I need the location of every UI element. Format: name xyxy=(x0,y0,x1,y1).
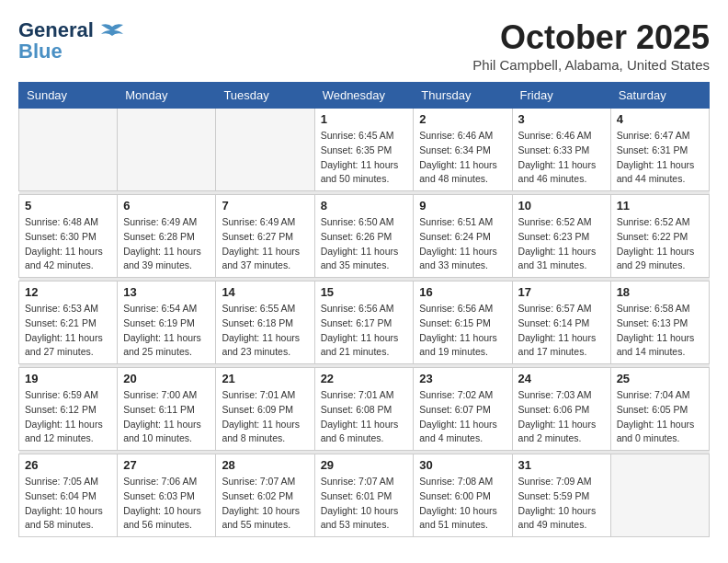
calendar-cell: 4Sunrise: 6:47 AM Sunset: 6:31 PM Daylig… xyxy=(610,109,709,191)
day-number: 18 xyxy=(617,285,703,299)
calendar-cell: 21Sunrise: 7:01 AM Sunset: 6:09 PM Dayli… xyxy=(216,368,314,451)
calendar-cell: 12Sunrise: 6:53 AM Sunset: 6:21 PM Dayli… xyxy=(19,282,118,364)
weekday-header-thursday: Thursday xyxy=(414,83,512,109)
day-number: 17 xyxy=(518,285,605,299)
calendar-cell: 5Sunrise: 6:48 AM Sunset: 6:30 PM Daylig… xyxy=(19,195,118,278)
day-number: 16 xyxy=(419,285,506,299)
weekday-header-sunday: Sunday xyxy=(19,83,118,109)
calendar-cell: 31Sunrise: 7:09 AM Sunset: 5:59 PM Dayli… xyxy=(512,454,610,537)
day-number: 15 xyxy=(321,285,408,299)
day-number: 25 xyxy=(617,372,703,385)
day-number: 20 xyxy=(123,372,210,385)
calendar-cell: 19Sunrise: 6:59 AM Sunset: 6:12 PM Dayli… xyxy=(19,368,118,451)
weekday-header-wednesday: Wednesday xyxy=(314,83,414,109)
day-number: 19 xyxy=(25,372,111,385)
calendar-cell: 9Sunrise: 6:51 AM Sunset: 6:24 PM Daylig… xyxy=(414,195,512,278)
day-info: Sunrise: 6:55 AM Sunset: 6:18 PM Dayligh… xyxy=(222,302,308,360)
calendar-cell xyxy=(216,109,314,191)
calendar-cell xyxy=(118,109,216,191)
day-info: Sunrise: 6:52 AM Sunset: 6:22 PM Dayligh… xyxy=(617,215,703,273)
day-info: Sunrise: 6:58 AM Sunset: 6:13 PM Dayligh… xyxy=(617,302,703,360)
day-info: Sunrise: 7:00 AM Sunset: 6:11 PM Dayligh… xyxy=(123,388,210,446)
day-info: Sunrise: 7:04 AM Sunset: 6:05 PM Dayligh… xyxy=(617,388,703,446)
calendar-cell: 25Sunrise: 7:04 AM Sunset: 6:05 PM Dayli… xyxy=(610,368,709,451)
day-number: 4 xyxy=(617,112,703,126)
weekday-header-saturday: Saturday xyxy=(610,83,709,109)
day-number: 7 xyxy=(222,199,308,213)
calendar-cell: 10Sunrise: 6:52 AM Sunset: 6:23 PM Dayli… xyxy=(512,195,610,278)
calendar-cell xyxy=(19,109,118,191)
day-info: Sunrise: 6:53 AM Sunset: 6:21 PM Dayligh… xyxy=(25,302,111,360)
calendar-cell: 28Sunrise: 7:07 AM Sunset: 6:02 PM Dayli… xyxy=(216,454,314,537)
day-number: 10 xyxy=(518,199,605,213)
calendar-cell: 2Sunrise: 6:46 AM Sunset: 6:34 PM Daylig… xyxy=(414,109,512,191)
day-info: Sunrise: 7:08 AM Sunset: 6:00 PM Dayligh… xyxy=(419,475,506,533)
day-number: 5 xyxy=(25,199,111,213)
title-block: October 2025 Phil Campbell, Alabama, Uni… xyxy=(472,18,710,73)
calendar-cell: 23Sunrise: 7:02 AM Sunset: 6:07 PM Dayli… xyxy=(414,368,512,451)
calendar-cell: 24Sunrise: 7:03 AM Sunset: 6:06 PM Dayli… xyxy=(512,368,610,451)
calendar-cell: 14Sunrise: 6:55 AM Sunset: 6:18 PM Dayli… xyxy=(216,282,314,364)
day-info: Sunrise: 6:59 AM Sunset: 6:12 PM Dayligh… xyxy=(25,388,111,446)
calendar-cell: 17Sunrise: 6:57 AM Sunset: 6:14 PM Dayli… xyxy=(512,282,610,364)
calendar-cell: 11Sunrise: 6:52 AM Sunset: 6:22 PM Dayli… xyxy=(610,195,709,278)
day-info: Sunrise: 6:48 AM Sunset: 6:30 PM Dayligh… xyxy=(25,215,111,273)
day-info: Sunrise: 7:01 AM Sunset: 6:09 PM Dayligh… xyxy=(222,388,308,446)
calendar-table: SundayMondayTuesdayWednesdayThursdayFrid… xyxy=(18,82,710,537)
day-number: 26 xyxy=(25,458,111,472)
logo: General Blue xyxy=(18,18,125,63)
day-number: 29 xyxy=(321,458,408,472)
calendar-cell: 15Sunrise: 6:56 AM Sunset: 6:17 PM Dayli… xyxy=(314,282,414,364)
day-info: Sunrise: 7:01 AM Sunset: 6:08 PM Dayligh… xyxy=(321,388,408,446)
calendar-cell: 20Sunrise: 7:00 AM Sunset: 6:11 PM Dayli… xyxy=(118,368,216,451)
day-info: Sunrise: 6:49 AM Sunset: 6:28 PM Dayligh… xyxy=(123,215,210,273)
day-number: 6 xyxy=(123,199,210,213)
day-info: Sunrise: 6:51 AM Sunset: 6:24 PM Dayligh… xyxy=(419,215,506,273)
weekday-header-row: SundayMondayTuesdayWednesdayThursdayFrid… xyxy=(19,83,710,109)
day-info: Sunrise: 6:46 AM Sunset: 6:34 PM Dayligh… xyxy=(419,129,506,187)
day-info: Sunrise: 6:57 AM Sunset: 6:14 PM Dayligh… xyxy=(518,302,605,360)
weekday-header-monday: Monday xyxy=(118,83,216,109)
day-number: 27 xyxy=(123,458,210,472)
calendar-cell: 22Sunrise: 7:01 AM Sunset: 6:08 PM Dayli… xyxy=(314,368,414,451)
calendar-cell: 30Sunrise: 7:08 AM Sunset: 6:00 PM Dayli… xyxy=(414,454,512,537)
logo-general: General xyxy=(18,18,94,41)
day-info: Sunrise: 6:47 AM Sunset: 6:31 PM Dayligh… xyxy=(617,129,703,187)
calendar-cell: 3Sunrise: 6:46 AM Sunset: 6:33 PM Daylig… xyxy=(512,109,610,191)
calendar-cell xyxy=(610,454,709,537)
day-info: Sunrise: 6:46 AM Sunset: 6:33 PM Dayligh… xyxy=(518,129,605,187)
day-info: Sunrise: 7:07 AM Sunset: 6:01 PM Dayligh… xyxy=(321,475,408,533)
calendar-cell: 13Sunrise: 6:54 AM Sunset: 6:19 PM Dayli… xyxy=(118,282,216,364)
calendar-cell: 26Sunrise: 7:05 AM Sunset: 6:04 PM Dayli… xyxy=(19,454,118,537)
calendar-cell: 16Sunrise: 6:56 AM Sunset: 6:15 PM Dayli… xyxy=(414,282,512,364)
calendar-cell: 29Sunrise: 7:07 AM Sunset: 6:01 PM Dayli… xyxy=(314,454,414,537)
page-header: General Blue October 2025 Phil Campbell,… xyxy=(18,18,710,73)
day-number: 8 xyxy=(321,199,408,213)
day-info: Sunrise: 6:56 AM Sunset: 6:17 PM Dayligh… xyxy=(321,302,408,360)
day-number: 3 xyxy=(518,112,605,126)
calendar-cell: 1Sunrise: 6:45 AM Sunset: 6:35 PM Daylig… xyxy=(314,109,414,191)
week-row-1: 1Sunrise: 6:45 AM Sunset: 6:35 PM Daylig… xyxy=(19,109,710,191)
day-info: Sunrise: 6:52 AM Sunset: 6:23 PM Dayligh… xyxy=(518,215,605,273)
month-title: October 2025 xyxy=(472,18,710,57)
week-row-5: 26Sunrise: 7:05 AM Sunset: 6:04 PM Dayli… xyxy=(19,454,710,537)
day-info: Sunrise: 7:09 AM Sunset: 5:59 PM Dayligh… xyxy=(518,475,605,533)
calendar-cell: 18Sunrise: 6:58 AM Sunset: 6:13 PM Dayli… xyxy=(610,282,709,364)
day-number: 12 xyxy=(25,285,111,299)
day-info: Sunrise: 6:50 AM Sunset: 6:26 PM Dayligh… xyxy=(321,215,408,273)
day-number: 30 xyxy=(419,458,506,472)
day-info: Sunrise: 6:56 AM Sunset: 6:15 PM Dayligh… xyxy=(419,302,506,360)
day-number: 23 xyxy=(419,372,506,385)
day-info: Sunrise: 7:02 AM Sunset: 6:07 PM Dayligh… xyxy=(419,388,506,446)
day-info: Sunrise: 7:05 AM Sunset: 6:04 PM Dayligh… xyxy=(25,475,111,533)
day-info: Sunrise: 6:49 AM Sunset: 6:27 PM Dayligh… xyxy=(222,215,308,273)
day-info: Sunrise: 6:54 AM Sunset: 6:19 PM Dayligh… xyxy=(123,302,210,360)
day-info: Sunrise: 6:45 AM Sunset: 6:35 PM Dayligh… xyxy=(321,129,408,187)
calendar-cell: 8Sunrise: 6:50 AM Sunset: 6:26 PM Daylig… xyxy=(314,195,414,278)
calendar-cell: 7Sunrise: 6:49 AM Sunset: 6:27 PM Daylig… xyxy=(216,195,314,278)
day-number: 11 xyxy=(617,199,703,213)
calendar-cell: 6Sunrise: 6:49 AM Sunset: 6:28 PM Daylig… xyxy=(118,195,216,278)
day-info: Sunrise: 7:06 AM Sunset: 6:03 PM Dayligh… xyxy=(123,475,210,533)
day-number: 28 xyxy=(222,458,308,472)
day-number: 22 xyxy=(321,372,408,385)
